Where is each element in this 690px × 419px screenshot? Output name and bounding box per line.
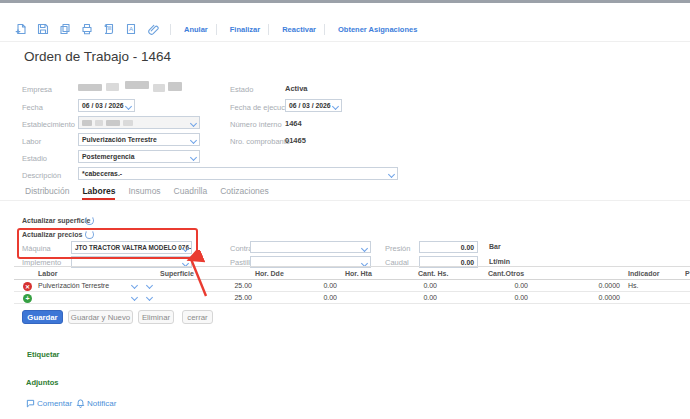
table-border [14,291,690,292]
eliminar-button[interactable]: Eliminar [138,310,174,324]
document-template-icon[interactable]: A [124,22,138,36]
guardar-button[interactable]: Guardar [22,310,63,324]
row-hor-dde: 0.00 [287,294,337,301]
toolbar-divider [268,24,269,35]
copy-icon[interactable] [58,22,72,36]
chevron-down-icon [125,103,132,110]
descripcion-label: Descripción [22,171,61,180]
actualizar-superficie-label: Actualizar superficie [22,217,90,224]
presion-unit: Bar [489,243,501,250]
tab-cotizaciones[interactable]: Cotizaciones [220,186,269,200]
obtener-asignaciones-button[interactable]: Obtener Asignaciones [338,25,417,34]
numero-interno-value: 1464 [285,119,302,128]
notificar-link[interactable]: Notificar [76,399,116,408]
presion-input[interactable]: 0.00 [419,241,478,253]
etiquetar-link[interactable]: Etiquetar [27,350,60,359]
table-border [14,266,690,267]
window-top-edge [0,0,690,3]
reactivar-button[interactable]: Reactivar [282,25,316,34]
toolbar: A Anular Finalizar Reactivar Obtener Asi… [14,21,423,37]
comment-icon [26,399,35,408]
tab-distribucion[interactable]: Distribución [25,186,69,200]
tabbar-divider-line [0,200,690,201]
guardar-y-nuevo-button[interactable]: Guardar y Nuevo [68,310,133,324]
estadio-label: Estadio [22,154,47,163]
chevron-down-icon[interactable] [131,282,138,289]
anular-button[interactable]: Anular [184,25,208,34]
establecimiento-select[interactable] [78,116,200,129]
fecha-date-select[interactable]: 06 / 03 / 2026 [78,99,135,112]
chevron-down-icon [388,171,395,178]
col-header-hor-hta: Hor. Hta [345,270,372,277]
work-order-window: A Anular Finalizar Reactivar Obtener Asi… [0,0,690,419]
chevron-down-icon[interactable] [146,282,153,289]
row-cant-hs: 0.00 [478,294,528,301]
row-hor-hta: 0.00 [387,294,437,301]
tab-bar: Distribución Labores Insumos Cuadrilla C… [25,183,269,200]
fecha-ejecucion-value: 06 / 03 / 2026 [289,102,331,109]
tab-insumos[interactable]: Insumos [128,186,160,200]
row-cant-otros: 0.0000 [565,294,620,301]
estado-value: Activa [285,84,308,93]
save-icon[interactable] [36,22,50,36]
page-title: Orden de Trabajo - 1464 [24,49,171,64]
annotation-arrow [180,250,214,300]
comentar-link[interactable]: Comentar [26,399,72,408]
refresh-superficie-icon[interactable] [85,216,94,225]
row-hor-dde: 0.00 [287,282,337,289]
chevron-down-icon [361,245,368,252]
chevron-down-icon [190,137,197,144]
finalizar-button[interactable]: Finalizar [230,25,260,34]
toolbar-divider [324,24,325,35]
tab-cuadrilla[interactable]: Cuadrilla [174,186,208,200]
col-header-indicador: Indicador [628,270,660,277]
establecimiento-redacted-value [82,120,133,126]
add-row-icon[interactable]: + [23,294,32,303]
log-icon[interactable] [102,22,116,36]
comentar-label: Comentar [37,399,72,408]
adjuntos-link[interactable]: Adjuntos [26,378,59,387]
fecha-label: Fecha [22,103,43,112]
print-icon[interactable] [80,22,94,36]
labor-select[interactable]: Pulverización Terrestre [78,133,200,146]
col-header-cant-hs: Cant. Hs. [418,270,448,277]
estadio-value: Postemergencia [82,153,135,160]
col-header-hor-dde: Hor. Dde [255,270,284,277]
cerrar-button[interactable]: cerrar [182,310,213,324]
chevron-down-icon[interactable] [131,294,138,301]
row-hor-hta: 0.00 [387,282,437,289]
contratista-select[interactable] [250,241,371,253]
chevron-down-icon[interactable] [146,294,153,301]
table-border [14,279,690,280]
row-cant-hs: 0.00 [478,282,528,289]
row-indicador: Hs. [628,282,639,289]
labor-value: Pulverización Terrestre [82,136,157,143]
delete-row-icon[interactable]: ✕ [23,282,32,291]
attachment-icon[interactable] [146,22,160,36]
caudal-unit: Lt/min [489,258,510,265]
fecha-ejecucion-date-select[interactable]: 06 / 03 / 2026 [285,99,342,112]
tab-labores[interactable]: Labores [82,186,115,200]
toolbar-divider [170,24,171,35]
nro-comprobante-label: Nro. comprobante [230,137,290,146]
bell-icon [76,399,85,408]
chevron-down-icon [190,120,197,127]
nro-comprobante-value: 01465 [285,136,306,145]
chevron-down-icon [332,103,339,110]
numero-interno-label: Número interno [230,120,282,129]
establecimiento-label: Establecimiento [22,120,75,129]
svg-text:A: A [129,25,134,32]
toolbar-divider [216,24,217,35]
toolbar-divider-line [0,41,690,42]
descripcion-input[interactable]: *cabeceras.- [78,167,398,180]
col-header-cant-otros: Cant.Otros [488,270,524,277]
empresa-label: Empresa [22,85,52,94]
estado-label: Estado [230,85,253,94]
presion-label: Presión [385,244,410,253]
descripcion-value: *cabeceras.- [82,170,122,177]
notificar-label: Notificar [87,399,116,408]
new-document-icon[interactable] [14,22,28,36]
estadio-select[interactable]: Postemergencia [78,150,200,163]
annotation-highlight-box [17,228,198,259]
col-header-labor: Labor [38,270,57,277]
